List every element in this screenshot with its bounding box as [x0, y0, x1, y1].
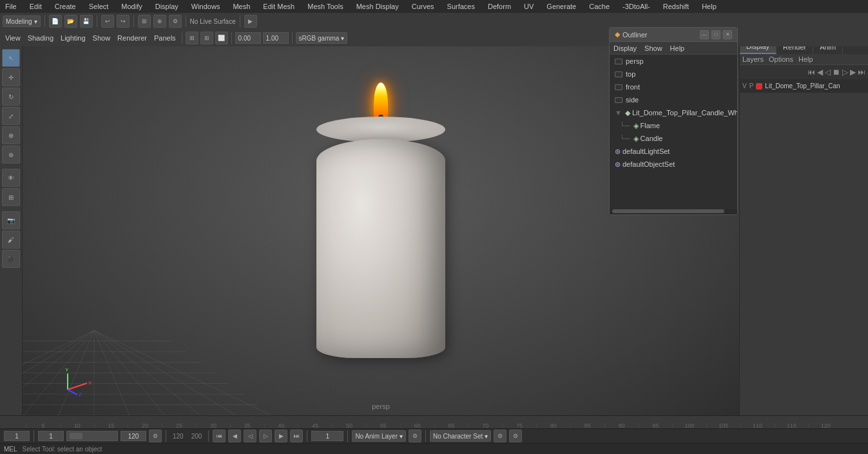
menu-select[interactable]: Select	[86, 3, 111, 10]
prev-frame-btn[interactable]: ◀	[228, 430, 241, 442]
shading-menu[interactable]: Shading	[25, 34, 56, 42]
outliner-show-menu[interactable]: Show	[644, 44, 662, 52]
outliner-item-candle[interactable]: └─ ◈ Candle	[610, 132, 737, 145]
renderer-menu[interactable]: Renderer	[115, 34, 149, 42]
menu-cache[interactable]: Cache	[586, 3, 612, 10]
layers-menu[interactable]: Layers	[742, 55, 764, 63]
menu-mesh-display[interactable]: Mesh Display	[354, 3, 401, 10]
outliner-item-persp[interactable]: persp	[610, 55, 737, 68]
wireframe-button[interactable]: ⬜	[215, 32, 228, 44]
outliner-close-button[interactable]: ✕	[723, 30, 732, 39]
menu-uv[interactable]: UV	[521, 3, 536, 10]
outliner-help-menu[interactable]: Help	[670, 44, 685, 52]
transform-button[interactable]: ⊞	[138, 15, 151, 28]
move-tool-button[interactable]: ✛	[2, 68, 20, 86]
select-tool-button[interactable]: ↖	[2, 49, 20, 67]
preferences-button[interactable]: ⚙	[509, 430, 522, 442]
char-set-settings-button[interactable]: ⚙	[494, 430, 506, 442]
menu-generate[interactable]: Generate	[544, 3, 579, 10]
mode-dropdown[interactable]: Modeling ▾	[3, 15, 41, 27]
outliner-item-objectset[interactable]: ⊛ defaultObjectSet	[610, 158, 737, 171]
soft-modification-button[interactable]: ⊛	[2, 146, 20, 164]
next-key-button[interactable]: ⏭	[858, 68, 865, 77]
menu-mesh[interactable]: Mesh	[230, 3, 253, 10]
play-back-btn[interactable]: ◁	[244, 430, 256, 442]
save-file-button[interactable]: 💾	[80, 15, 93, 28]
next-frame-button[interactable]: ▶	[850, 68, 856, 77]
new-file-button[interactable]: 📄	[49, 15, 62, 28]
next-frame-btn[interactable]: ▶	[275, 430, 287, 442]
menu-3dto-all[interactable]: -3DtoAll-	[620, 3, 653, 10]
scale-tool-button[interactable]: ⤢	[2, 107, 20, 125]
go-start-button[interactable]: ⏮	[213, 430, 226, 442]
menu-surfaces[interactable]: Surfaces	[445, 3, 477, 10]
prev-frame-button[interactable]: ◀	[817, 68, 823, 77]
grid-button[interactable]: ⊞	[200, 32, 213, 44]
outliner-scrollbar-thumb[interactable]	[612, 209, 724, 213]
render-settings-button[interactable]: ⚙	[169, 15, 182, 28]
layer-row[interactable]: V P Lit_Dome_Top_Pillar_Can	[740, 79, 868, 93]
menu-windows[interactable]: Windows	[189, 3, 223, 10]
current-frame-input[interactable]	[4, 431, 30, 441]
go-end-button[interactable]: ⏭	[290, 430, 303, 442]
menu-curves[interactable]: Curves	[409, 3, 437, 10]
outliner-content[interactable]: persp top front side ▼ ◆ Lit_Dome_Top_Pi…	[610, 55, 737, 209]
render-view-button[interactable]: ▶	[244, 15, 257, 28]
render-button[interactable]: 📷	[2, 211, 20, 229]
menu-file[interactable]: File	[3, 3, 19, 10]
menu-modify[interactable]: Modify	[119, 3, 144, 10]
paint-button[interactable]: 🖌	[2, 231, 20, 249]
outliner-item-flame[interactable]: └─ ◈ Flame	[610, 119, 737, 132]
undo-button[interactable]: ↩	[101, 15, 114, 28]
options-menu[interactable]: Options	[769, 55, 793, 63]
outliner-maximize-button[interactable]: □	[711, 30, 720, 39]
view-menu[interactable]: View	[3, 34, 23, 42]
menu-redshift[interactable]: Redshift	[661, 3, 691, 10]
help-menu-layer[interactable]: Help	[798, 55, 813, 63]
redo-button[interactable]: ↪	[117, 15, 130, 28]
view-selector-button[interactable]: ⊞	[186, 32, 198, 44]
playback-settings-button[interactable]: ⚙	[149, 430, 162, 442]
time-value-input[interactable]	[235, 32, 261, 44]
menu-edit[interactable]: Edit	[27, 3, 44, 10]
color-space-dropdown[interactable]: sRGB gamma ▾	[296, 32, 348, 44]
menu-create[interactable]: Create	[52, 3, 79, 10]
frame-number-input[interactable]	[311, 431, 343, 441]
sculpt-button[interactable]: ⚫	[2, 250, 20, 268]
menu-mesh-tools[interactable]: Mesh Tools	[305, 3, 345, 10]
menu-edit-mesh[interactable]: Edit Mesh	[260, 3, 297, 10]
menu-display[interactable]: Display	[153, 3, 181, 10]
snap-button[interactable]: ⊕	[153, 15, 166, 28]
outliner-item-front[interactable]: front	[610, 80, 737, 93]
anim-layer-settings-button[interactable]: ⚙	[409, 430, 421, 442]
prev-key-button[interactable]: ⏮	[807, 68, 815, 77]
range-end-input[interactable]	[121, 431, 146, 441]
universal-manipulator-button[interactable]: ⊕	[2, 126, 20, 144]
snap-grid-button[interactable]: ⊞	[2, 188, 20, 206]
layer-color-swatch[interactable]	[756, 83, 762, 90]
play-fwd-btn[interactable]: ▷	[259, 430, 272, 442]
outliner-item-group[interactable]: ▼ ◆ Lit_Dome_Top_Pillar_Candle_Wh	[610, 106, 737, 119]
zoom-value-input[interactable]	[263, 32, 289, 44]
menu-deform[interactable]: Deform	[485, 3, 514, 10]
no-anim-layer-dropdown[interactable]: No Anim Layer ▾	[352, 430, 406, 442]
rotate-tool-button[interactable]: ↻	[2, 88, 20, 106]
play-button[interactable]: ▷	[842, 68, 848, 77]
stop-button[interactable]: ⏹	[833, 68, 840, 77]
show-menu[interactable]: Show	[90, 34, 113, 42]
outliner-display-menu[interactable]: Display	[613, 44, 637, 52]
outliner-item-top[interactable]: top	[610, 68, 737, 80]
panels-menu[interactable]: Panels	[151, 34, 178, 42]
outliner-item-lightset[interactable]: ⊛ defaultLightSet	[610, 145, 737, 158]
current-frame-2-input[interactable]	[38, 431, 64, 441]
outliner-minimize-button[interactable]: —	[700, 30, 709, 39]
lighting-menu[interactable]: Lighting	[58, 34, 88, 42]
menu-help[interactable]: Help	[699, 3, 719, 10]
open-file-button[interactable]: 📂	[64, 15, 77, 28]
outliner-item-side[interactable]: side	[610, 93, 737, 106]
no-char-set-dropdown[interactable]: No Character Set ▾	[430, 430, 491, 442]
play-back-button[interactable]: ◁	[825, 68, 831, 77]
range-bar[interactable]	[66, 431, 118, 441]
show-hide-button[interactable]: 👁	[2, 169, 20, 187]
time-ruler[interactable]: 5 10 15 20 25 30 35 40 45 50 55 60 65 70…	[0, 416, 868, 429]
